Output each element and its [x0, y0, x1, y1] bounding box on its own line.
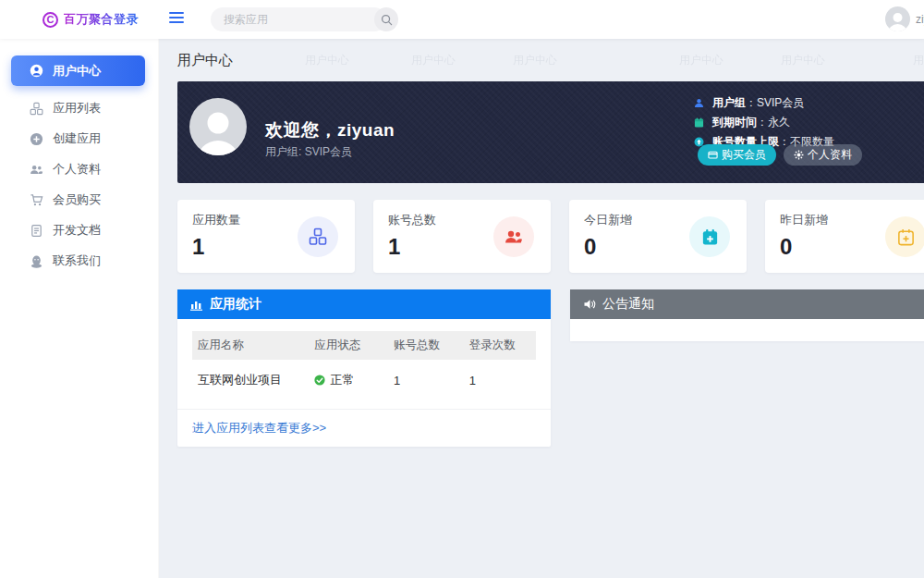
main-content: 用户中心 用户中心 用户中心 用户中心 用户中心 用户中心 用户中心 欢迎您，z… — [159, 39, 924, 578]
search-box — [211, 7, 386, 31]
sidebar-item-membership[interactable]: 会员购买 — [0, 185, 158, 215]
notice-body — [570, 319, 924, 341]
welcome-text: 欢迎您，ziyuan — [265, 118, 395, 142]
app-logo[interactable]: C 百万聚合登录 — [0, 0, 159, 39]
buy-membership-button[interactable]: 购买会员 — [698, 144, 776, 166]
cart-icon — [30, 193, 43, 207]
stat-card-yesterday-new: 昨日新增 0 — [765, 200, 924, 273]
page-header: 用户中心 用户中心 用户中心 用户中心 用户中心 用户中心 用户中心 — [177, 39, 924, 81]
stat-card-account-total: 账号总数 1 — [373, 200, 551, 273]
welcome-subtitle: 用户组: SVIP会员 — [265, 144, 352, 160]
info-label: 到期时间 — [712, 116, 757, 129]
sidebar-item-label: 开发文档 — [53, 222, 101, 239]
table-row: 互联网创业项目 正常 1 1 — [192, 360, 536, 400]
bar-chart-icon — [190, 299, 203, 311]
menu-toggle-icon[interactable] — [169, 12, 184, 25]
info-row-expiry: 到期时间：永久 — [693, 113, 834, 132]
watermark: 用户中心 — [679, 53, 723, 68]
status-ok-icon — [314, 375, 325, 386]
panels-row: 应用统计 应用名称 应用状态 账号总数 登录次数 互联网创业项目 — [177, 289, 924, 447]
stat-card-today-new: 今日新增 0 — [569, 200, 747, 273]
page-title: 用户中心 — [177, 52, 233, 69]
users-icon — [493, 216, 534, 257]
watermark: 用户中心 — [305, 53, 349, 68]
watermark: 用户中心 — [513, 53, 557, 68]
sidebar-item-contact[interactable]: 联系我们 — [0, 246, 158, 276]
profile-button[interactable]: 个人资料 — [784, 144, 862, 166]
app-stats-footer: 进入应用列表查看更多>> — [177, 409, 551, 447]
sidebar-item-label: 应用列表 — [53, 100, 101, 117]
top-navbar: C 百万聚合登录 ziyuan — [0, 0, 924, 39]
document-icon — [30, 224, 43, 238]
col-app-name: 应用名称 — [192, 338, 309, 353]
cell-login-count: 1 — [464, 374, 536, 387]
user-circle-icon — [30, 64, 43, 78]
app-stats-panel: 应用统计 应用名称 应用状态 账号总数 登录次数 互联网创业项目 — [177, 289, 551, 447]
app-stats-header: 应用统计 — [177, 289, 551, 319]
col-app-status: 应用状态 — [309, 338, 388, 353]
search-input[interactable] — [211, 13, 374, 26]
sidebar-item-docs[interactable]: 开发文档 — [0, 215, 158, 245]
sidebar-item-app-list[interactable]: 应用列表 — [0, 93, 158, 123]
profile-button-label: 个人资料 — [808, 147, 852, 163]
user-avatar[interactable] — [885, 6, 910, 31]
stat-card-app-count: 应用数量 1 — [177, 200, 355, 273]
user-icon — [693, 98, 705, 108]
table-header-row: 应用名称 应用状态 账号总数 登录次数 — [192, 331, 536, 360]
banner-info: 用户组：SVIP会员 到期时间：永久 账号数量上限：不限数量 — [693, 93, 834, 152]
col-login-count: 登录次数 — [464, 338, 536, 353]
sidebar-item-label: 个人资料 — [53, 161, 101, 178]
buy-membership-label: 购买会员 — [722, 147, 766, 163]
cubes-icon — [30, 102, 43, 116]
calendar-icon — [693, 117, 705, 128]
cubes-icon — [298, 216, 338, 257]
sidebar-item-label: 会员购买 — [53, 191, 101, 208]
watermark: 用户中心 — [411, 53, 456, 68]
info-value: 永久 — [768, 116, 790, 129]
search-icon[interactable] — [374, 7, 398, 31]
sidebar-item-label: 用户中心 — [53, 63, 101, 80]
banner-buttons: 购买会员 个人资料 — [698, 144, 862, 166]
cell-app-name: 互联网创业项目 — [192, 372, 309, 388]
view-more-link[interactable]: 进入应用列表查看更多>> — [192, 421, 326, 435]
gear-icon — [794, 150, 804, 160]
speaker-icon — [583, 298, 596, 311]
logo-c-icon: C — [43, 12, 58, 28]
card-icon — [708, 150, 718, 160]
sidebar-item-user-center[interactable]: 用户中心 — [11, 55, 145, 86]
welcome-banner: 欢迎您，ziyuan 用户组: SVIP会员 用户组：SVIP会员 到期时间：永… — [177, 81, 924, 183]
sidebar-item-label: 联系我们 — [53, 252, 101, 269]
app-stats-title: 应用统计 — [210, 296, 261, 313]
col-account-total: 账号总数 — [388, 338, 464, 353]
cell-account-total: 1 — [388, 374, 464, 387]
sidebar-item-profile[interactable]: 个人资料 — [0, 154, 158, 184]
sidebar: 用户中心 应用列表 创建应用 个人资料 会员购买 开发文档 联系我们 — [0, 39, 159, 578]
sidebar-item-create-app[interactable]: 创建应用 — [0, 124, 158, 154]
plus-circle-icon — [30, 132, 43, 146]
cell-app-status: 正常 — [309, 372, 388, 388]
users-icon — [30, 163, 43, 177]
app-stats-table: 应用名称 应用状态 账号总数 登录次数 互联网创业项目 正常 — [177, 319, 551, 400]
banner-avatar — [189, 98, 247, 155]
watermark: 用户中心 — [781, 53, 825, 68]
notice-panel: 公告通知 — [570, 289, 924, 341]
notice-title: 公告通知 — [602, 296, 654, 313]
contact-icon — [30, 254, 43, 268]
notice-header: 公告通知 — [570, 289, 924, 319]
info-row-user-group: 用户组：SVIP会员 — [693, 93, 834, 113]
navbar-user[interactable]: ziyuan — [885, 6, 924, 31]
calendar-plus-icon — [689, 216, 730, 257]
watermark: 用户中心 — [913, 53, 924, 68]
status-text: 正常 — [330, 372, 354, 388]
sidebar-item-label: 创建应用 — [53, 130, 101, 147]
stat-cards: 应用数量 1 账号总数 1 今日新增 0 昨日 — [177, 200, 924, 273]
navbar-username: ziyuan — [916, 13, 924, 26]
info-value: SVIP会员 — [757, 96, 804, 109]
info-label: 用户组 — [712, 96, 746, 109]
logo-text: 百万聚合登录 — [64, 11, 139, 28]
calendar-plus-icon — [885, 216, 924, 257]
